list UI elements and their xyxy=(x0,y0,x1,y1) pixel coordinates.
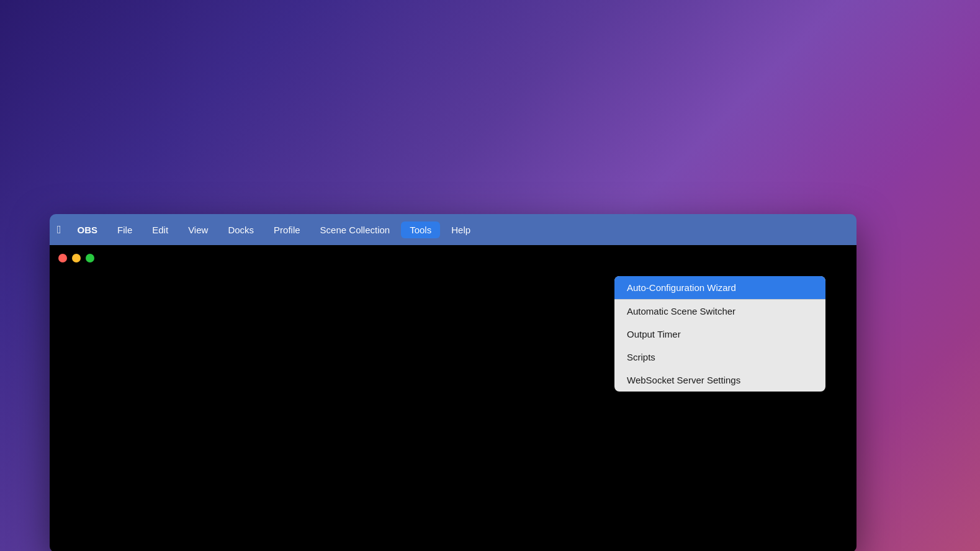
menu-item-file[interactable]: File xyxy=(109,222,141,238)
minimize-button[interactable] xyxy=(72,254,81,262)
menu-item-profile[interactable]: Profile xyxy=(265,222,309,238)
apple-logo-icon[interactable]:  xyxy=(57,223,61,236)
menu-item-tools[interactable]: Tools xyxy=(401,222,440,238)
menu-output-timer[interactable]: Output Timer xyxy=(614,323,825,346)
menu-item-edit[interactable]: Edit xyxy=(143,222,177,238)
menu-item-help[interactable]: Help xyxy=(443,222,479,238)
window-content: Auto-Configuration Wizard Automatic Scen… xyxy=(50,245,856,551)
menu-bar:  OBS File Edit View Docks Profile Scene… xyxy=(50,214,856,245)
close-button[interactable] xyxy=(58,254,67,262)
menu-auto-scene-switcher[interactable]: Automatic Scene Switcher xyxy=(614,300,825,323)
menu-websocket-server-settings[interactable]: WebSocket Server Settings xyxy=(614,369,825,392)
menu-scripts[interactable]: Scripts xyxy=(614,346,825,369)
traffic-lights xyxy=(58,254,94,262)
menu-auto-config-wizard[interactable]: Auto-Configuration Wizard xyxy=(614,276,825,299)
maximize-button[interactable] xyxy=(86,254,94,262)
obs-window:  OBS File Edit View Docks Profile Scene… xyxy=(50,214,856,551)
menu-item-obs[interactable]: OBS xyxy=(69,222,107,238)
menu-item-scene-collection[interactable]: Scene Collection xyxy=(312,222,399,238)
tools-dropdown-menu: Auto-Configuration Wizard Automatic Scen… xyxy=(614,276,825,392)
menu-item-view[interactable]: View xyxy=(179,222,217,238)
menu-item-docks[interactable]: Docks xyxy=(219,222,263,238)
